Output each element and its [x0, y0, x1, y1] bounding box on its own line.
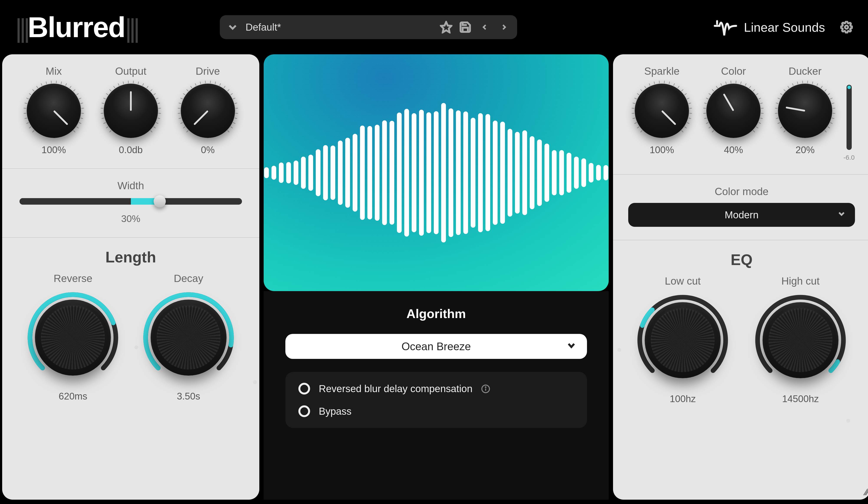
svg-line-29 [76, 127, 79, 128]
svg-line-78 [230, 93, 232, 95]
svg-line-62 [178, 118, 181, 119]
svg-line-69 [190, 86, 192, 88]
svg-line-70 [195, 83, 196, 86]
svg-line-144 [756, 127, 758, 128]
svg-line-94 [632, 113, 634, 113]
svg-line-122 [703, 113, 706, 113]
svg-line-60 [183, 127, 185, 128]
algorithm-select[interactable]: Ocean Breeze [285, 334, 587, 359]
svg-marker-0 [441, 22, 451, 32]
svg-line-68 [186, 90, 188, 91]
svg-line-74 [215, 82, 216, 84]
right-panel: Sparkle 100% Color [613, 54, 868, 500]
ducker-knob[interactable] [778, 84, 832, 138]
svg-line-115 [687, 122, 690, 124]
svg-line-18 [61, 82, 62, 84]
width-value: 30% [17, 213, 244, 224]
svg-line-162 [817, 83, 818, 86]
svg-line-14 [41, 83, 42, 86]
highcut-knob[interactable] [754, 293, 847, 387]
star-icon[interactable] [440, 21, 453, 33]
decay-label: Decay [174, 272, 203, 284]
svg-line-109 [685, 93, 687, 95]
svg-line-160 [807, 81, 808, 83]
chevron-down-icon [226, 21, 239, 33]
bypass-toggle[interactable] [298, 405, 310, 417]
output-knob[interactable] [104, 84, 158, 138]
svg-point-2 [845, 26, 848, 29]
svg-line-85 [230, 127, 232, 128]
svg-line-102 [654, 82, 655, 84]
svg-line-40 [110, 90, 111, 91]
preset-next-button[interactable] [498, 21, 510, 34]
delay-comp-label: Reversed blur delay compensation [319, 383, 473, 394]
waveform-display [264, 54, 609, 291]
info-icon[interactable] [481, 384, 490, 393]
mix-value: 100% [41, 144, 66, 155]
drive-knob[interactable] [181, 84, 235, 138]
svg-line-59 [186, 130, 188, 132]
svg-line-16 [51, 81, 51, 83]
svg-line-35 [101, 113, 103, 113]
svg-line-30 [73, 130, 75, 132]
brand-wave-icon [713, 14, 737, 41]
color-knob[interactable] [706, 84, 761, 138]
svg-line-138 [758, 98, 761, 99]
svg-line-100 [644, 86, 646, 88]
preset-prev-button[interactable] [478, 21, 491, 34]
svg-line-110 [687, 98, 690, 99]
svg-line-106 [674, 83, 675, 86]
lowcut-label: Low cut [665, 275, 701, 287]
svg-line-170 [832, 118, 834, 119]
svg-line-130 [726, 82, 726, 84]
sparkle-knob[interactable] [635, 84, 689, 138]
svg-line-153 [778, 98, 780, 99]
delay-comp-toggle[interactable] [298, 383, 310, 394]
eq-title: EQ [628, 251, 855, 269]
svg-line-51 [156, 98, 158, 99]
svg-line-34 [102, 118, 104, 119]
decay-knob[interactable] [142, 291, 235, 384]
svg-line-38 [103, 98, 106, 99]
svg-line-86 [227, 130, 229, 132]
color-label: Color [721, 65, 746, 77]
svg-line-113 [690, 113, 692, 113]
svg-line-4 [29, 127, 31, 128]
mix-knob[interactable] [27, 84, 81, 138]
svg-line-66 [180, 98, 183, 99]
svg-line-31 [110, 130, 111, 132]
reverse-knob[interactable] [26, 291, 120, 384]
svg-line-9 [24, 103, 27, 104]
svg-line-79 [233, 98, 235, 99]
svg-line-26 [81, 113, 84, 113]
svg-line-147 [780, 127, 783, 128]
svg-line-76 [224, 86, 225, 88]
svg-line-172 [828, 127, 830, 128]
svg-line-125 [706, 98, 709, 99]
length-title: Length [17, 249, 244, 266]
svg-line-67 [183, 93, 185, 95]
svg-line-111 [689, 103, 691, 104]
svg-line-52 [157, 103, 160, 104]
preset-bar[interactable]: Default* [220, 15, 517, 39]
svg-line-3 [32, 130, 34, 132]
svg-point-89 [485, 387, 486, 387]
svg-line-134 [745, 83, 746, 86]
svg-line-56 [156, 122, 158, 124]
svg-line-120 [706, 122, 709, 124]
svg-line-83 [235, 118, 237, 119]
svg-line-17 [56, 81, 56, 83]
lowcut-knob[interactable] [636, 293, 729, 387]
save-icon[interactable] [459, 21, 472, 33]
svg-line-118 [712, 130, 714, 132]
output-meter [847, 85, 852, 150]
reverse-value: 620ms [59, 391, 87, 402]
brand: Linear Sounds [713, 14, 853, 41]
svg-line-43 [123, 82, 123, 84]
color-mode-select[interactable]: Modern [628, 203, 855, 227]
gear-icon[interactable] [840, 21, 853, 33]
svg-line-37 [102, 103, 104, 104]
width-slider[interactable] [20, 198, 242, 205]
meter-label: -6.0 [844, 154, 855, 161]
svg-line-58 [151, 130, 152, 132]
